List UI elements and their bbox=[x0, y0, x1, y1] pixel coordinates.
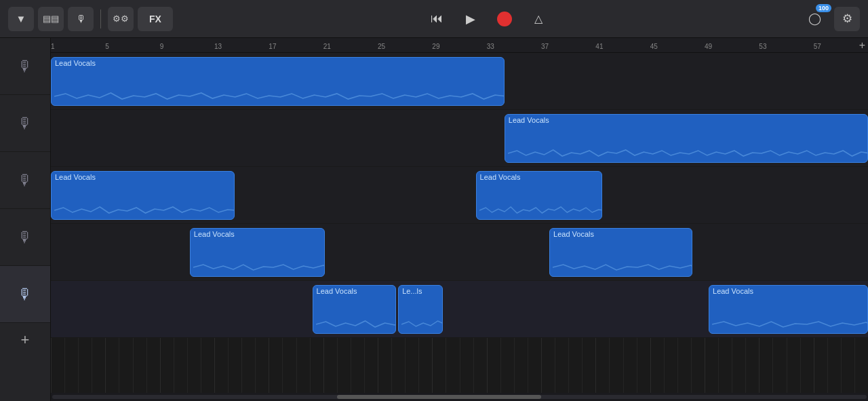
track-lane-2: Lead Vocals bbox=[51, 110, 868, 167]
rewind-icon: ⏮ bbox=[431, 12, 443, 26]
play-icon: ▶ bbox=[466, 12, 475, 26]
rewind-button[interactable]: ⏮ bbox=[425, 7, 449, 31]
track-header-2[interactable]: 🎙 bbox=[0, 95, 50, 152]
track-5-mic-icon: 🎙 bbox=[18, 286, 33, 303]
dropdown-button[interactable]: ▼ bbox=[8, 7, 34, 31]
ruler-mark-17: 17 bbox=[269, 43, 276, 50]
track-header-3[interactable]: 🎙 bbox=[0, 152, 50, 209]
transport-controls: ⏮ ▶ △ bbox=[177, 7, 797, 31]
record-icon bbox=[497, 12, 512, 26]
ruler-mark-57: 57 bbox=[814, 43, 821, 50]
gear-icon: ⚙ bbox=[842, 12, 852, 26]
ruler-mark-49: 49 bbox=[705, 43, 712, 50]
microphone-icon: 🎙 bbox=[76, 13, 86, 24]
ruler-mark-25: 25 bbox=[378, 43, 385, 50]
clip-c7[interactable]: Lead Vocals bbox=[313, 285, 396, 334]
clip-c5-label: Lead Vocals bbox=[191, 229, 324, 240]
clip-c8-waveform bbox=[401, 318, 443, 330]
headphone-badge: 100 bbox=[816, 4, 831, 12]
toolbar: ▼ ▤▤ 🎙 ⚙⚙ FX ⏮ ▶ △ ◯ 100 ⚙ bbox=[0, 0, 868, 38]
track-header-4[interactable]: 🎙 bbox=[0, 209, 50, 266]
ruler-mark-5: 5 bbox=[105, 43, 109, 50]
track-lane-1: Lead Vocals bbox=[51, 53, 868, 110]
scrollbar-track bbox=[52, 395, 867, 399]
ruler-mark-13: 13 bbox=[214, 43, 222, 50]
clip-c3-label: Lead Vocals bbox=[52, 172, 234, 183]
ruler-mark-9: 9 bbox=[160, 43, 164, 50]
track-lane-3: Lead Vocals Lead Vocals bbox=[51, 167, 868, 224]
track-1-mic-icon: 🎙 bbox=[18, 58, 33, 75]
ruler-mark-45: 45 bbox=[650, 43, 658, 50]
scrollbar-thumb[interactable] bbox=[337, 395, 540, 399]
smart-controls-icon: ▤▤ bbox=[43, 14, 59, 24]
clip-c1-label: Lead Vocals bbox=[52, 58, 504, 69]
clip-c6-label: Lead Vocals bbox=[550, 229, 692, 240]
ruler-mark-53: 53 bbox=[759, 43, 766, 50]
track-header-1[interactable]: 🎙 bbox=[0, 38, 50, 95]
clip-c3[interactable]: Lead Vocals bbox=[51, 171, 235, 220]
clip-c9-waveform bbox=[712, 318, 868, 330]
clip-c2[interactable]: Lead Vocals bbox=[505, 114, 868, 163]
timeline-area: 159131721252933374145495357 + Lead Vocal… bbox=[51, 38, 868, 401]
settings-button[interactable]: ⚙ bbox=[834, 7, 860, 31]
add-track-button[interactable]: + bbox=[0, 323, 50, 357]
ruler-mark-37: 37 bbox=[541, 43, 549, 50]
smart-controls-button[interactable]: ▤▤ bbox=[38, 7, 64, 31]
metronome-icon: △ bbox=[534, 12, 542, 25]
clip-c1[interactable]: Lead Vocals bbox=[51, 57, 505, 106]
clip-c7-waveform bbox=[316, 318, 396, 330]
ruler-marks: 159131721252933374145495357 bbox=[51, 38, 868, 50]
mixer-icon: ⚙⚙ bbox=[113, 14, 129, 24]
toolbar-right: ◯ 100 ⚙ bbox=[802, 7, 860, 31]
scrollbar-container bbox=[51, 393, 868, 401]
clip-c9[interactable]: Lead Vocals bbox=[709, 285, 868, 334]
clip-c2-label: Lead Vocals bbox=[505, 115, 867, 126]
separator-1 bbox=[100, 9, 101, 28]
ruler: 159131721252933374145495357 + bbox=[51, 38, 868, 53]
clip-c1-waveform bbox=[54, 90, 505, 102]
clip-c5[interactable]: Lead Vocals bbox=[190, 228, 325, 277]
clip-c8-label: Le...ls bbox=[399, 286, 442, 297]
ruler-mark-41: 41 bbox=[595, 43, 603, 50]
track-headers: 🎙 🎙 🎙 🎙 🎙 + bbox=[0, 38, 51, 401]
clip-c4-waveform bbox=[479, 204, 603, 216]
track-2-mic-icon: 🎙 bbox=[18, 115, 33, 132]
ruler-mark-21: 21 bbox=[323, 43, 331, 50]
dropdown-icon: ▼ bbox=[16, 13, 26, 24]
fx-label: FX bbox=[149, 14, 161, 24]
headphone-button[interactable]: ◯ 100 bbox=[802, 7, 827, 31]
main-area: 🎙 🎙 🎙 🎙 🎙 + 159131721252933374145495357 … bbox=[0, 38, 868, 401]
ruler-mark-29: 29 bbox=[432, 43, 439, 50]
metronome-button[interactable]: △ bbox=[526, 7, 551, 31]
clip-c9-label: Lead Vocals bbox=[709, 286, 867, 297]
clip-c8[interactable]: Le...ls bbox=[398, 285, 443, 334]
clip-c6[interactable]: Lead Vocals bbox=[549, 228, 692, 277]
ruler-mark-1: 1 bbox=[51, 43, 55, 50]
track-header-5[interactable]: 🎙 bbox=[0, 266, 50, 323]
clip-c2-waveform bbox=[508, 147, 868, 159]
add-bar-icon[interactable]: + bbox=[859, 39, 865, 52]
clip-c3-waveform bbox=[54, 204, 235, 216]
track-lane-5: Lead Vocals Le...ls Lead Vocals bbox=[51, 281, 868, 338]
track-3-mic-icon: 🎙 bbox=[18, 172, 33, 189]
mixer-button[interactable]: ⚙⚙ bbox=[108, 7, 134, 31]
fx-button[interactable]: FX bbox=[138, 7, 173, 31]
clip-c6-waveform bbox=[553, 261, 692, 273]
clip-c4-label: Lead Vocals bbox=[477, 172, 602, 183]
record-button[interactable] bbox=[492, 7, 517, 31]
clip-c7-label: Lead Vocals bbox=[313, 286, 395, 297]
clip-c5-waveform bbox=[193, 261, 325, 273]
microphone-button[interactable]: 🎙 bbox=[68, 7, 94, 31]
headphone-icon: ◯ bbox=[808, 12, 821, 26]
play-button[interactable]: ▶ bbox=[458, 7, 483, 31]
add-track-icon: + bbox=[21, 331, 30, 349]
tracks-container: Lead Vocals Lead Vocals Lead V bbox=[51, 53, 868, 393]
track-4-mic-icon: 🎙 bbox=[18, 229, 33, 246]
clip-c4[interactable]: Lead Vocals bbox=[476, 171, 603, 220]
track-lane-4: Lead Vocals Lead Vocals bbox=[51, 224, 868, 281]
ruler-mark-33: 33 bbox=[487, 43, 494, 50]
